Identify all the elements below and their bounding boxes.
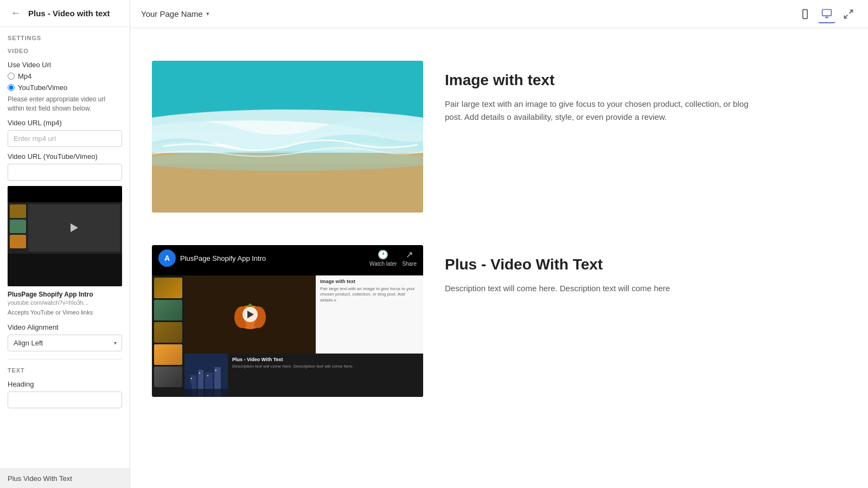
preview-main-area [28,204,120,252]
video-section-label: VIDEO [8,48,122,54]
svg-rect-24 [191,378,192,379]
youtube-radio-item[interactable]: YouTube/Vimeo [8,84,122,92]
play-button-overlay[interactable] [242,307,258,322]
vsl-item-1 [154,278,182,298]
accepts-text: Accepts YouTube or Vimeo links [8,309,122,316]
video-embed-actions: 🕐 Watch later ↗ Share [369,249,417,267]
fullscreen-view-button[interactable] [840,5,857,23]
city-thumbnail [184,354,228,397]
mp4-url-input[interactable] [8,130,122,147]
youtube-label: YouTube/Vimeo [18,84,67,92]
video-sidebar-list [152,275,184,397]
preview-col-left [10,204,26,252]
page-name-button[interactable]: Your Page Name ▾ [141,9,209,18]
content-row-2: A PlusPage Shopify App Intro 🕐 Watch lat… [152,245,749,397]
vsp-text: Pair large text with an image to give fo… [320,286,419,303]
video-embed-left: A PlusPage Shopify App Intro [158,249,266,267]
video-preview-top-bar [8,186,122,202]
video-main-content: Image with text Pair large text with an … [184,275,423,397]
beach-svg [152,61,423,213]
vml-desc: Description text will come here. Descrip… [232,364,419,369]
back-button[interactable]: ← [8,7,24,20]
beach-image [152,61,423,213]
share-action: ↗ Share [402,249,417,267]
mp4-radio[interactable] [8,73,15,80]
youtube-radio[interactable] [8,84,15,91]
section2-body: Description text will come here. Descrip… [445,282,749,295]
vsl-item-5 [154,367,182,387]
mp4-field-label: Video URL (mp4) [8,119,122,127]
sidebar: ← Plus - Video with text SETTINGS VIDEO … [0,0,130,488]
video-embed-content: Image with text Pair large text with an … [152,275,423,397]
preview-play-icon [71,223,78,232]
fullscreen-icon [843,9,854,20]
vsp-title: Image with text [320,279,419,284]
heading-input[interactable]: Plus - Video With Text [8,391,122,408]
vsl-item-3 [154,322,182,343]
preview-area: Image with text Pair large text with an … [130,28,868,488]
video-embed-header: A PlusPage Shopify App Intro 🕐 Watch lat… [152,245,423,271]
svg-rect-26 [207,375,208,376]
page-name-label: Your Page Name [141,9,203,18]
content-row-1: Image with text Pair large text with an … [152,61,749,213]
svg-rect-0 [803,9,807,18]
video-preview [8,186,122,286]
vml-title: Plus - Video With Text [232,357,419,362]
svg-line-5 [850,10,853,13]
video-lower-area: Plus - Video With Text Description text … [184,354,423,397]
city-svg [184,354,228,397]
desktop-view-button[interactable] [818,5,835,23]
svg-rect-2 [822,9,832,16]
youtube-url-input[interactable]: https://www.youtube.com/watc [8,164,122,181]
vml-content: Plus - Video With Text Description text … [228,354,423,397]
share-label: Share [402,261,417,267]
sidebar-title: Plus - Video with text [28,9,110,18]
video-type-radio-group: Mp4 YouTube/Vimeo [8,72,122,92]
mobile-view-button[interactable] [796,5,814,23]
text-section-label: TEXT [8,367,122,374]
preview-thumb-3 [10,235,26,248]
heading-label: Heading [8,380,122,388]
top-bar: Your Page Name ▾ [130,0,868,28]
vsl-item-4 [154,344,182,365]
youtube-channel-icon: A [158,249,176,267]
mobile-icon [800,9,810,20]
share-icon: ↗ [406,249,413,260]
video-pumpkin-area [184,275,316,354]
video-upper-area: Image with text Pair large text with an … [184,275,423,354]
watch-later-label: Watch later [369,261,397,267]
youtube-field-label: Video URL (YouTube/Vimeo) [8,152,122,160]
watch-later-action: 🕐 Watch later [369,249,397,267]
play-triangle [247,311,254,318]
mp4-radio-item[interactable]: Mp4 [8,72,122,80]
preview-thumb-2 [10,220,26,233]
svg-rect-28 [184,389,228,397]
content-text-2: Plus - Video With Text Description text … [445,245,749,295]
page-name-chevron-icon: ▾ [206,10,209,17]
mp4-label: Mp4 [18,72,31,80]
svg-rect-27 [215,370,216,371]
video-preview-thumb [8,202,122,254]
view-icons [796,5,857,23]
preview-thumb-1 [10,204,26,218]
section1-heading: Image with text [445,72,749,89]
preview-video-url: youtube.com/watch?v=hlo3h... [8,299,122,306]
use-video-url-label: Use Video Url [8,61,122,69]
embed-video-title: PlusPage Shopify App Intro [180,254,266,262]
watch-later-icon: 🕐 [378,249,388,260]
svg-line-6 [845,15,848,18]
vsl-item-2 [154,300,182,320]
section1-body: Pair large text with an image to give fo… [445,98,749,124]
section-name-bar: Plus Video With Text [0,468,130,488]
sidebar-content: SETTINGS VIDEO Use Video Url Mp4 YouTube… [0,27,130,468]
sidebar-header: ← Plus - Video with text [0,0,130,27]
alignment-select-wrapper: Align Left Align Center Align Right ▾ [8,335,122,351]
svg-rect-25 [199,373,200,374]
content-text-1: Image with text Pair large text with an … [445,61,749,124]
video-preview-bottom [8,254,122,286]
alignment-select[interactable]: Align Left Align Center Align Right [8,335,122,351]
preview-video-title: PlusPage Shopify App Intro [8,291,122,298]
section2-heading: Plus - Video With Text [445,256,749,273]
main-area: Your Page Name ▾ [130,0,868,488]
video-embed: A PlusPage Shopify App Intro 🕐 Watch lat… [152,245,423,397]
